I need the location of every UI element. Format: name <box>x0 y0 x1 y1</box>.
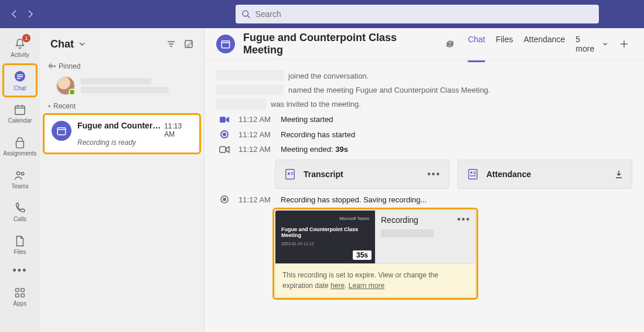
section-pinned[interactable]: �▾Pinned <box>40 60 204 74</box>
chat-list-title: Chat <box>50 38 74 50</box>
svg-point-28 <box>223 133 226 136</box>
rail-teams-label: Teams <box>11 183 28 189</box>
expiration-here-link[interactable]: here <box>330 282 345 290</box>
rail-activity-label: Activity <box>11 52 29 58</box>
redacted-preview <box>81 87 169 93</box>
recent-chat-item[interactable]: Fugue and Counterpo... 11:13 AM Recordin… <box>45 115 199 153</box>
tab-attendance[interactable]: Attendance <box>524 35 565 62</box>
pinned-chat-item[interactable] <box>40 74 204 100</box>
add-tab-button[interactable] <box>616 36 632 52</box>
search-box[interactable] <box>236 5 599 23</box>
chat-list-panel: Chat �▾Pinned ▾Recent Fugue a <box>40 28 205 332</box>
transcript-card[interactable]: Transcript ••• <box>275 160 449 189</box>
svg-rect-29 <box>220 147 226 153</box>
attendance-card[interactable]: Attendance <box>458 160 632 189</box>
message-feed: joined the conversation. named the meeti… <box>205 60 644 332</box>
card-more-button[interactable]: ••• <box>427 169 441 179</box>
video-icon <box>216 116 233 124</box>
compose-button[interactable] <box>184 39 193 49</box>
tab-more[interactable]: 5 more <box>575 35 608 62</box>
backpack-icon <box>13 136 26 149</box>
rail-teams[interactable]: Teams <box>4 163 36 195</box>
recent-item-time: 11:13 AM <box>164 122 192 138</box>
learn-more-link[interactable]: Learn more <box>349 282 384 290</box>
rail-activity[interactable]: Activity 1 <box>4 32 36 63</box>
nav-forward-button[interactable] <box>25 6 36 22</box>
record-icon <box>216 130 233 139</box>
chevron-down-icon[interactable] <box>79 40 86 48</box>
nav-back-button[interactable] <box>8 6 20 22</box>
download-button[interactable] <box>614 170 623 179</box>
title-bar <box>0 0 644 28</box>
people-icon <box>13 169 26 182</box>
recording-card[interactable]: Microsoft Teams Fugue and Counterpoint C… <box>275 210 476 297</box>
rail-more[interactable]: ••• <box>4 262 36 279</box>
rail-files[interactable]: Files <box>4 229 36 260</box>
meeting-avatar-icon <box>52 121 71 141</box>
calendar-icon <box>13 103 26 116</box>
presence-available-icon <box>69 89 76 96</box>
svg-rect-34 <box>469 170 478 179</box>
rail-chat-label: Chat <box>13 85 26 92</box>
recurring-icon <box>445 39 455 49</box>
svg-rect-14 <box>16 293 19 297</box>
section-recent[interactable]: ▾Recent <box>40 100 204 114</box>
system-message: named the meeting Fugue and Counterpoint… <box>216 84 632 95</box>
rail-calls[interactable]: Calls <box>4 196 36 228</box>
svg-rect-4 <box>17 76 23 77</box>
tab-chat[interactable]: Chat <box>468 35 485 62</box>
chevron-down-icon <box>602 41 608 47</box>
video-outline-icon <box>216 145 233 154</box>
event-recording-stopped: 11:12 AM Recording has stopped. Saving r… <box>216 195 632 204</box>
recording-duration-badge: 35s <box>353 250 372 260</box>
svg-rect-22 <box>222 40 230 48</box>
expiration-warning: This recording is set to expire. View or… <box>275 263 475 297</box>
svg-rect-6 <box>15 106 25 114</box>
avatar <box>56 76 75 95</box>
svg-rect-15 <box>21 293 25 297</box>
recording-title: Recording <box>381 215 469 225</box>
svg-rect-13 <box>21 288 25 292</box>
svg-rect-3 <box>17 74 23 76</box>
svg-rect-41 <box>223 198 226 201</box>
content-header: Fugue and Counterpoint Class Meeting Cha… <box>205 28 644 60</box>
meeting-title: Fugue and Counterpoint Class Meeting <box>243 32 437 56</box>
svg-point-35 <box>470 171 472 174</box>
rail-chat[interactable]: Chat <box>4 65 36 96</box>
rail-apps[interactable]: Apps <box>4 280 36 312</box>
rail-apps-label: Apps <box>13 300 27 307</box>
recent-item-subtitle: Recording is ready <box>77 138 192 147</box>
rail-assignments-label: Assignments <box>3 150 36 157</box>
filter-button[interactable] <box>166 39 176 49</box>
plus-icon <box>619 39 629 49</box>
svg-rect-20 <box>57 128 66 135</box>
svg-rect-5 <box>17 78 21 79</box>
event-meeting-ended: 11:12 AM Meeting ended: 39s <box>216 145 632 154</box>
system-message: joined the conversation. <box>216 70 632 81</box>
search-input[interactable] <box>255 9 593 19</box>
apps-icon <box>13 286 26 299</box>
tab-files[interactable]: Files <box>496 35 513 62</box>
svg-point-0 <box>243 11 248 16</box>
system-message: was invited to the meeting. <box>216 99 632 109</box>
ellipsis-icon: ••• <box>13 265 28 277</box>
attendance-icon <box>466 168 479 181</box>
recent-item-title: Fugue and Counterpo... <box>77 121 164 130</box>
rail-assignments[interactable]: Assignments <box>4 130 36 162</box>
activity-badge: 1 <box>22 34 30 42</box>
rail-calendar[interactable]: Calendar <box>4 97 36 129</box>
stop-icon <box>216 195 233 204</box>
file-icon <box>13 235 26 248</box>
recording-more-button[interactable]: ••• <box>457 214 471 225</box>
svg-line-1 <box>248 16 250 18</box>
event-recording-started: 11:12 AM Recording has started <box>216 130 632 139</box>
phone-icon <box>13 202 26 215</box>
recording-thumbnail[interactable]: Microsoft Teams Fugue and Counterpoint C… <box>275 211 375 263</box>
event-meeting-started: 11:12 AM Meeting started <box>216 115 632 124</box>
content-panel: Fugue and Counterpoint Class Meeting Cha… <box>205 28 644 332</box>
svg-marker-31 <box>288 172 291 175</box>
app-rail: Activity 1 Chat Calendar Assignments Tea… <box>0 28 40 332</box>
search-icon <box>241 9 250 19</box>
redacted-text <box>381 229 434 238</box>
svg-rect-12 <box>16 288 19 292</box>
